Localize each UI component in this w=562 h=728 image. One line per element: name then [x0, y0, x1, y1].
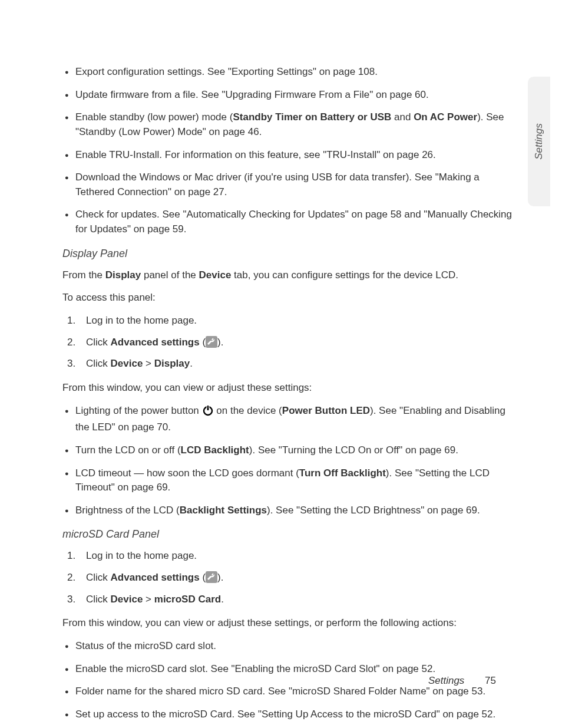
paragraph: From this window, you can view or adjust… [62, 381, 516, 396]
list-item: Download the Windows or Mac driver (if y… [62, 170, 516, 199]
text: ). See "Setting the LCD Brightness" on p… [267, 505, 480, 516]
paragraph: To access this panel: [62, 291, 516, 305]
text: panel of the [141, 269, 199, 281]
footer-page-number: 75 [485, 675, 496, 686]
text: Status of the microSD card slot. [75, 640, 216, 651]
step-item: Click Advanced settings (). [62, 335, 516, 350]
bold-text: LCD Backlight [181, 444, 249, 456]
text: Enable standby (low power) mode ( [75, 111, 233, 123]
bold-text: Backlight Settings [180, 505, 267, 516]
text: Click [86, 594, 111, 605]
list-item: Enable TRU-Install. For information on t… [62, 148, 516, 163]
step-item: Click Device > microSD Card. [62, 592, 516, 607]
bold-text: Device [111, 594, 143, 605]
text: Turn the LCD on or off ( [75, 444, 181, 456]
text: > [143, 358, 154, 369]
text: ). See "Turning the LCD On or Off" on pa… [249, 444, 458, 456]
list-item: Brightness of the LCD (Backlight Setting… [62, 503, 516, 518]
wrench-icon [206, 336, 217, 348]
list-item: Turn the LCD on or off (LCD Backlight). … [62, 443, 516, 458]
display-steps: Log in to the home page. Click Advanced … [62, 314, 516, 371]
list-item: Enable standby (low power) mode (Standby… [62, 110, 516, 139]
list-item: LCD timeout — how soon the LCD goes dorm… [62, 466, 516, 495]
page-content: Export configuration settings. See "Expo… [62, 65, 516, 728]
section-side-tab: Settings [528, 77, 550, 206]
list-item: Update firmware from a file. See "Upgrad… [62, 88, 516, 103]
text: . [190, 358, 193, 369]
text: Log in to the home page. [86, 550, 197, 561]
heading-microsd-panel: microSD Card Panel [62, 528, 516, 541]
bold-text: Turn Off Backlight [299, 467, 386, 479]
bold-text: Advanced settings [111, 572, 200, 583]
text: Update firmware from a file. See "Upgrad… [75, 89, 429, 100]
text: ( [200, 337, 206, 348]
text: Folder name for the shared micro SD card… [75, 686, 485, 697]
svg-rect-3 [207, 406, 208, 410]
microsd-steps: Log in to the home page. Click Advanced … [62, 549, 516, 607]
paragraph: From the Display panel of the Device tab… [62, 268, 516, 283]
text: Export configuration settings. See "Expo… [75, 66, 378, 77]
text: ( [200, 572, 206, 583]
text: Click [86, 572, 111, 583]
text: Download the Windows or Mac driver (if y… [75, 172, 480, 197]
text: Click [86, 358, 111, 369]
power-icon [202, 404, 214, 421]
footer-section: Settings [428, 675, 464, 686]
step-item: Click Advanced settings (). [62, 571, 516, 585]
text: Set up access to the microSD Card. See "… [75, 709, 495, 720]
text: . [221, 594, 224, 605]
page-footer: Settings 75 [428, 675, 496, 687]
bold-text: Power Button LED [282, 405, 370, 416]
text: > [143, 594, 154, 605]
wrench-icon [206, 571, 217, 583]
bold-text: Advanced settings [111, 337, 200, 348]
bold-text: Display [105, 269, 141, 281]
list-item: Status of the microSD card slot. [62, 639, 516, 654]
list-item: Lighting of the power button on the devi… [62, 404, 516, 435]
top-bullet-list: Export configuration settings. See "Expo… [62, 65, 516, 237]
step-item: Click Device > Display. [62, 357, 516, 371]
bold-text: Device [111, 358, 143, 369]
bold-text: Display [154, 358, 190, 369]
list-item: Export configuration settings. See "Expo… [62, 65, 516, 80]
list-item: Set up access to the microSD Card. See "… [62, 707, 516, 722]
bold-text: Standby Timer on Battery or USB [233, 111, 391, 123]
text: ). [217, 337, 223, 348]
text: Enable the microSD card slot. See "Enabl… [75, 663, 435, 674]
text: Brightness of the LCD ( [75, 505, 180, 516]
bold-text: Device [199, 269, 232, 281]
text: tab, you can configure settings for the … [231, 269, 458, 281]
text: and [391, 111, 414, 123]
heading-display-panel: Display Panel [62, 248, 516, 260]
section-side-label: Settings [533, 123, 545, 159]
text: ). [217, 572, 223, 583]
list-item: Check for updates. See "Automatically Ch… [62, 207, 516, 236]
text: Log in to the home page. [86, 315, 197, 326]
text: Check for updates. See "Automatically Ch… [75, 209, 512, 235]
text: Click [86, 337, 111, 348]
paragraph: From this window, you can view or adjust… [62, 616, 516, 631]
step-item: Log in to the home page. [62, 314, 516, 328]
text: LCD timeout — how soon the LCD goes dorm… [75, 467, 299, 479]
step-item: Log in to the home page. [62, 549, 516, 564]
bold-text: On AC Power [414, 111, 477, 123]
text: Lighting of the power button [75, 405, 202, 416]
display-bullet-list: Lighting of the power button on the devi… [62, 404, 516, 518]
bold-text: microSD Card [154, 594, 221, 605]
text: From the [62, 269, 105, 281]
list-item: Enable the microSD card slot. See "Enabl… [62, 662, 516, 677]
text: on the device ( [214, 405, 282, 416]
text: Enable TRU-Install. For information on t… [75, 149, 436, 160]
